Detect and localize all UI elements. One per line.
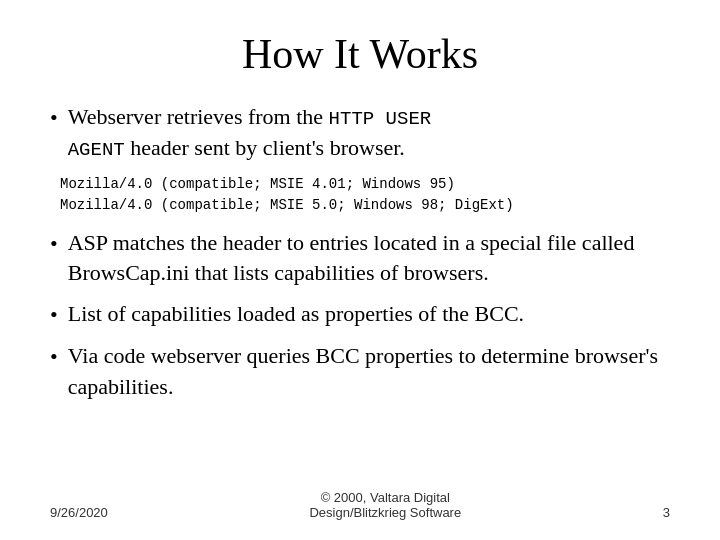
code-line-1: Mozilla/4.0 (compatible; MSIE 4.01; Wind…: [60, 174, 670, 195]
footer: 9/26/2020 © 2000, Valtara Digital Design…: [50, 482, 670, 520]
bullet-text-1: Webserver retrieves from the HTTP USERAG…: [68, 102, 432, 164]
bullet-item-1: • Webserver retrieves from the HTTP USER…: [50, 102, 670, 164]
footer-copyright: © 2000, Valtara Digital Design/Blitzkrie…: [309, 490, 461, 520]
bullet-item-3: • List of capabilities loaded as propert…: [50, 299, 670, 331]
slide-title: How It Works: [50, 30, 670, 78]
bullet-text-4: Via code webserver queries BCC propertie…: [68, 341, 670, 403]
bullet-dot-2: •: [50, 229, 58, 260]
footer-copyright-line2: Design/Blitzkrieg Software: [309, 505, 461, 520]
footer-page-number: 3: [663, 505, 670, 520]
bullet-item-2: • ASP matches the header to entries loca…: [50, 228, 670, 290]
bullet-item-4: • Via code webserver queries BCC propert…: [50, 341, 670, 403]
code-block: Mozilla/4.0 (compatible; MSIE 4.01; Wind…: [60, 174, 670, 216]
footer-copyright-line1: © 2000, Valtara Digital: [321, 490, 450, 505]
bullet-dot-4: •: [50, 342, 58, 373]
bullet-text-3: List of capabilities loaded as propertie…: [68, 299, 524, 330]
content-area: • Webserver retrieves from the HTTP USER…: [50, 102, 670, 482]
footer-date: 9/26/2020: [50, 505, 108, 520]
slide: How It Works • Webserver retrieves from …: [0, 0, 720, 540]
http-user-agent-code: HTTP USERAGENT: [68, 108, 432, 161]
code-line-2: Mozilla/4.0 (compatible; MSIE 5.0; Windo…: [60, 195, 670, 216]
bullet-dot-3: •: [50, 300, 58, 331]
bullet-dot-1: •: [50, 103, 58, 134]
bullet-text-2: ASP matches the header to entries locate…: [68, 228, 670, 290]
